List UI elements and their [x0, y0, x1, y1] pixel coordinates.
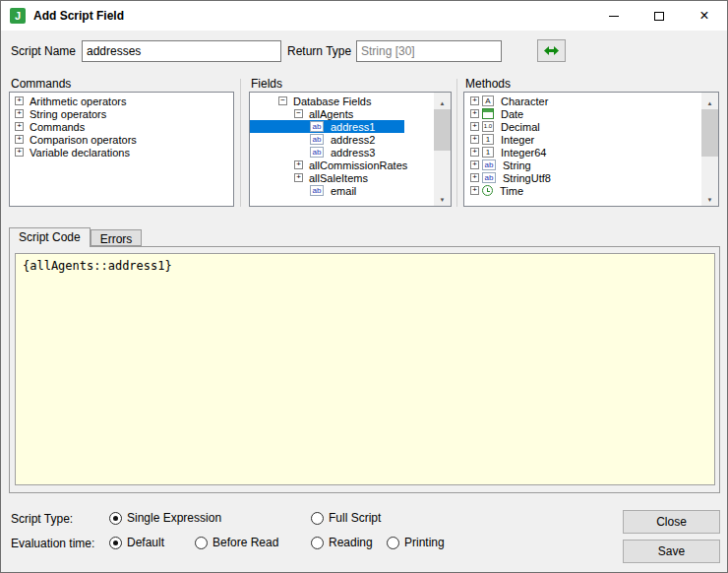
tree-item-date[interactable]: Date [464, 107, 718, 120]
close-window-button[interactable]: × [682, 1, 727, 31]
expand-icon[interactable] [15, 96, 24, 105]
expand-icon[interactable] [470, 135, 479, 144]
string-field-icon [310, 121, 324, 132]
scroll-thumb[interactable] [701, 109, 718, 157]
methods-scrollbar[interactable] [701, 93, 718, 206]
radio-single-expression[interactable] [109, 512, 122, 525]
tree-item-label: Database Fields [290, 96, 375, 107]
scroll-down-button[interactable] [701, 189, 718, 206]
minimize-icon [609, 16, 619, 17]
expand-icon[interactable] [470, 122, 479, 131]
tree-item-label: address2 [328, 134, 378, 146]
tree-item-variable-declarations[interactable]: Variable declarations [10, 146, 233, 159]
return-type-input[interactable] [356, 40, 502, 62]
tree-item-database-fields[interactable]: Database Fields [250, 95, 451, 107]
commands-tree[interactable]: Arithmetic operators String operators Co… [9, 92, 234, 207]
tree-item-allsaleitems[interactable]: allSaleItems [250, 171, 451, 184]
tree-item-arithmetic-operators[interactable]: Arithmetic operators [10, 95, 233, 107]
radio-label-printing[interactable]: Printing [404, 537, 445, 549]
arrow-down-icon [440, 192, 446, 204]
radio-reading[interactable] [311, 537, 324, 549]
tree-item-label: Integer [498, 134, 537, 146]
expand-icon[interactable] [470, 160, 479, 169]
panel-splitter[interactable] [240, 79, 241, 207]
string-field-icon [482, 172, 496, 183]
return-type-picker-button[interactable] [537, 39, 566, 62]
expand-icon[interactable] [470, 148, 479, 157]
time-icon [482, 185, 493, 196]
tree-item-string-operators[interactable]: String operators [10, 107, 233, 120]
tree-item-time[interactable]: Time [464, 184, 718, 197]
scroll-up-button[interactable] [701, 93, 718, 109]
tree-item-address2[interactable]: address2 [250, 133, 451, 146]
fields-scrollbar[interactable] [434, 93, 451, 206]
fields-label: Fields [251, 77, 282, 91]
methods-tree[interactable]: Character Date Decimal Integer Integer64… [463, 92, 719, 207]
tree-item-integer64[interactable]: Integer64 [464, 146, 718, 159]
tab-script-code[interactable]: Script Code [9, 227, 91, 247]
scroll-down-button[interactable] [434, 189, 451, 206]
expand-icon[interactable] [15, 122, 24, 131]
close-icon: × [699, 8, 708, 24]
scroll-up-button[interactable] [434, 93, 451, 109]
radio-label-reading[interactable]: Reading [329, 537, 373, 549]
radio-label-single-expression[interactable]: Single Expression [127, 512, 221, 525]
character-icon [482, 96, 494, 106]
expand-icon[interactable] [294, 160, 303, 169]
collapse-icon[interactable] [294, 109, 303, 118]
tree-item-string[interactable]: String [464, 159, 718, 171]
tree-item-comparison-operators[interactable]: Comparison operators [10, 133, 233, 146]
minimize-button[interactable] [591, 1, 637, 31]
tree-item-label: Comparison operators [27, 134, 140, 146]
tree-item-integer[interactable]: Integer [464, 133, 718, 146]
tree-item-decimal[interactable]: Decimal [464, 120, 718, 133]
tree-item-label: Character [498, 96, 551, 107]
save-button[interactable]: Save [623, 540, 720, 563]
tree-item-label: email [328, 185, 359, 197]
radio-before-read[interactable] [195, 537, 208, 549]
tree-item-label: Variable declarations [27, 147, 133, 159]
tree-item-address3[interactable]: address3 [250, 146, 451, 159]
fields-tree[interactable]: Database Fields allAgents address1 addre… [249, 92, 452, 207]
add-script-field-dialog: J Add Script Field × Script Name Return … [0, 0, 728, 573]
expand-icon[interactable] [15, 109, 24, 118]
window-controls: × [591, 1, 727, 31]
radio-label-before-read[interactable]: Before Read [212, 537, 278, 549]
collapse-icon[interactable] [278, 96, 287, 105]
expand-icon[interactable] [470, 96, 479, 105]
radio-label-full-script[interactable]: Full Script [329, 512, 381, 525]
radio-full-script[interactable] [311, 512, 324, 525]
scroll-thumb[interactable] [434, 109, 451, 151]
script-name-input[interactable] [82, 40, 281, 62]
close-button[interactable]: Close [623, 510, 720, 534]
tree-item-stringutf8[interactable]: StringUtf8 [464, 171, 718, 184]
radio-printing[interactable] [387, 537, 399, 549]
tree-item-label: Time [497, 185, 526, 197]
methods-label: Methods [465, 77, 511, 91]
tree-item-label: allAgents [306, 108, 356, 120]
script-code-editor[interactable]: {allAgents::address1} [15, 253, 715, 485]
tree-item-commands[interactable]: Commands [10, 120, 233, 133]
tree-item-allagents[interactable]: allAgents [250, 107, 451, 120]
tree-item-character[interactable]: Character [464, 95, 718, 107]
radio-label-default[interactable]: Default [127, 537, 164, 549]
tree-item-email[interactable]: email [250, 184, 451, 197]
string-field-icon [310, 134, 324, 145]
arrow-up-icon [707, 96, 713, 107]
expand-icon[interactable] [470, 173, 479, 182]
expand-icon[interactable] [15, 135, 24, 144]
maximize-button[interactable] [637, 1, 682, 31]
script-type-label: Script Type: [11, 512, 73, 526]
tree-item-address1[interactable]: address1 [250, 120, 451, 133]
radio-default[interactable] [109, 537, 122, 549]
expand-icon[interactable] [294, 173, 303, 182]
integer64-icon [482, 147, 494, 158]
expand-icon[interactable] [470, 109, 479, 118]
integer-icon [482, 134, 494, 145]
expand-icon[interactable] [470, 186, 479, 195]
tab-errors[interactable]: Errors [91, 229, 143, 246]
panel-splitter[interactable] [456, 79, 457, 207]
maximize-icon [654, 12, 664, 21]
tree-item-allcommissionrates[interactable]: allCommissionRates [250, 159, 451, 171]
expand-icon[interactable] [15, 148, 24, 157]
